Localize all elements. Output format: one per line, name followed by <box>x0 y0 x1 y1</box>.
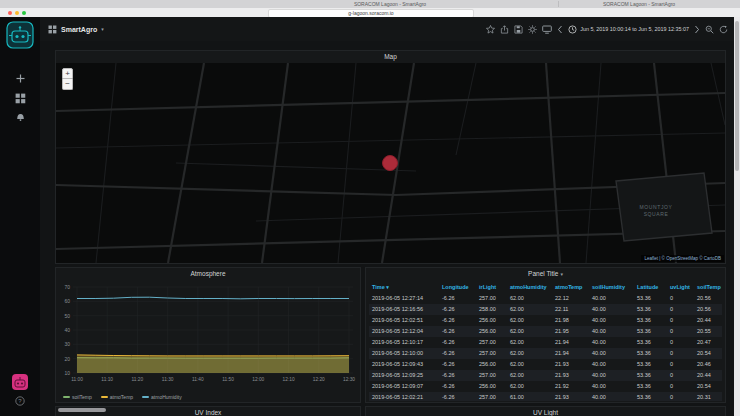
table-header-atmoHumidity[interactable]: atmoHumidity <box>507 281 552 293</box>
legend-item-atmoTemp[interactable]: atmoTemp <box>101 394 133 400</box>
table-row: 2019-06-05 12:27:14-6.26257.0062.0022.12… <box>369 293 722 304</box>
time-range-picker[interactable]: Jun 5, 2019 10:00:14 to Jun 5, 2019 12:3… <box>568 25 689 34</box>
window-zoom-button[interactable] <box>22 11 26 15</box>
table-cell: 20.47 <box>694 337 722 348</box>
map-canvas[interactable]: MOUNTJOY SQUARE + − Leaflet | © OpenStre… <box>56 63 725 263</box>
table-header-Latitude[interactable]: Latitude <box>634 281 667 293</box>
help-icon: ? <box>15 396 25 406</box>
browser-tab-active[interactable]: SORACOM Lagoon - SmartAgro <box>305 1 475 7</box>
time-shift-forward-button[interactable] <box>694 25 700 34</box>
table-cell: 21.94 <box>552 337 589 348</box>
table-cell: 20.56 <box>694 293 722 304</box>
table-header-irLight[interactable]: irLight <box>476 281 507 293</box>
svg-text:11:20: 11:20 <box>132 377 144 382</box>
table-cell: 0 <box>667 326 694 337</box>
map-panel-title[interactable]: Map <box>56 51 725 63</box>
table-cell: -6.26 <box>439 381 476 392</box>
screen: SORACOM Lagoon - SmartAgro SORACOM Lagoo… <box>0 0 740 416</box>
map-marker[interactable] <box>382 155 398 171</box>
table-header-Longitude[interactable]: Longitude <box>439 281 476 293</box>
svg-text:11:10: 11:10 <box>101 377 113 382</box>
cycle-view-button[interactable] <box>542 25 552 34</box>
chevron-right-icon <box>694 25 700 34</box>
legend-item-atmoHumidity[interactable]: atmoHumidity <box>142 394 182 400</box>
table-header-atmoTemp[interactable]: atmoTemp <box>552 281 589 293</box>
legend-label: soilTemp <box>72 394 92 400</box>
map-attribution[interactable]: Leaflet | © OpenStreetMap © CartoDB <box>641 255 724 262</box>
sidebar-alerting-button[interactable] <box>0 111 40 122</box>
map-area-label-2: SQUARE <box>644 211 669 217</box>
zoom-out-time-button[interactable] <box>705 25 714 34</box>
table-cell: -6.26 <box>439 370 476 381</box>
window-close-button[interactable] <box>8 11 12 15</box>
table-row: 2019-06-05 12:09:43-6.26256.0062.0021.93… <box>369 359 722 370</box>
sidebar-user-avatar[interactable] <box>0 373 40 391</box>
table-cell: 0 <box>667 293 694 304</box>
atmosphere-panel-title[interactable]: Atmosphere <box>56 268 360 280</box>
sidebar-dashboards-button[interactable] <box>0 93 40 104</box>
svg-text:12:00: 12:00 <box>252 377 264 382</box>
table-panel-title-row[interactable]: Panel Title▾ <box>366 268 725 280</box>
atmosphere-chart[interactable]: 1020304050607011:0011:1011:2011:3011:401… <box>57 281 359 387</box>
star-dashboard-button[interactable] <box>486 25 495 34</box>
sidebar: ? <box>0 17 40 416</box>
zoom-in-button[interactable]: + <box>62 68 73 79</box>
legend-swatch-icon <box>63 396 70 398</box>
table-cell: 0 <box>667 337 694 348</box>
sidebar-create-button[interactable] <box>0 73 40 84</box>
table-cell: -6.26 <box>439 337 476 348</box>
refresh-icon <box>719 25 728 34</box>
vertical-scrollbar[interactable] <box>734 17 740 416</box>
dashboard-settings-button[interactable] <box>528 25 537 34</box>
dashboard-title-dropdown[interactable]: SmartAgro <box>61 26 97 33</box>
sidebar-help-button[interactable]: ? <box>0 396 40 406</box>
table-header-soilTemp[interactable]: soilTemp <box>694 281 722 293</box>
table-cell: 53.36 <box>634 359 667 370</box>
table-panel-title: Panel Title <box>528 270 558 277</box>
map-area-label: MOUNTJOY <box>640 204 673 210</box>
table-cell: 0 <box>667 348 694 359</box>
refresh-button[interactable] <box>719 25 728 34</box>
table-cell: 62.00 <box>507 370 552 381</box>
table-cell: 21.93 <box>552 359 589 370</box>
share-dashboard-button[interactable] <box>500 25 509 34</box>
table-row: 2019-06-05 12:10:00-6.26257.0062.0021.94… <box>369 348 722 359</box>
time-range-label: Jun 5, 2019 10:00:14 to Jun 5, 2019 12:3… <box>580 26 689 32</box>
svg-text:12:20: 12:20 <box>313 377 325 382</box>
table-cell: -6.26 <box>439 359 476 370</box>
zoom-out-button[interactable]: − <box>62 79 73 90</box>
bell-icon <box>15 111 26 122</box>
time-shift-back-button[interactable] <box>557 25 563 34</box>
table-cell: 40.00 <box>589 392 634 401</box>
table-cell: 40.00 <box>589 304 634 315</box>
table-cell: -6.26 <box>439 315 476 326</box>
table-cell: 62.00 <box>507 326 552 337</box>
table-cell: 40.00 <box>589 337 634 348</box>
legend-item-soilTemp[interactable]: soilTemp <box>63 394 92 400</box>
table-cell: 2019-06-05 12:09:43 <box>369 359 439 370</box>
panel-menu-caret-icon: ▾ <box>560 271 563 277</box>
table-cell: 256.00 <box>476 359 507 370</box>
svg-text:12:10: 12:10 <box>283 377 295 382</box>
horizontal-scrollbar-thumb[interactable] <box>58 408 106 412</box>
table-cell: 2019-06-05 12:10:00 <box>369 348 439 359</box>
table-cell: 2019-06-05 12:09:07 <box>369 381 439 392</box>
soracom-lagoon-logo[interactable] <box>0 21 40 49</box>
table-header-Time[interactable]: Time ▾ <box>369 281 439 293</box>
window-minimize-button[interactable] <box>15 11 19 15</box>
vertical-scrollbar-thumb[interactable] <box>735 21 739 171</box>
uv-light-panel-title[interactable]: UV Light <box>366 407 725 416</box>
svg-text:50: 50 <box>64 313 70 319</box>
map-panel: Map MOUNTJOY SQUARE <box>55 50 726 264</box>
table-cell: 21.93 <box>552 370 589 381</box>
table-row: 2019-06-05 12:02:51-6.26256.0062.0021.98… <box>369 315 722 326</box>
browser-tab-background[interactable]: SORACOM Lagoon - SmartAgro <box>558 1 719 7</box>
table-cell: 62.00 <box>507 359 552 370</box>
table-header-soilHumidity[interactable]: soilHumidity <box>589 281 634 293</box>
table-cell: 257.00 <box>476 392 507 401</box>
table-cell: 20.54 <box>694 381 722 392</box>
table-header-uvLight[interactable]: uvLight <box>667 281 694 293</box>
avatar-robot-icon <box>11 373 29 391</box>
save-dashboard-button[interactable] <box>514 25 523 34</box>
atmosphere-legend: soilTempatmoTempatmoHumidity <box>63 394 182 400</box>
